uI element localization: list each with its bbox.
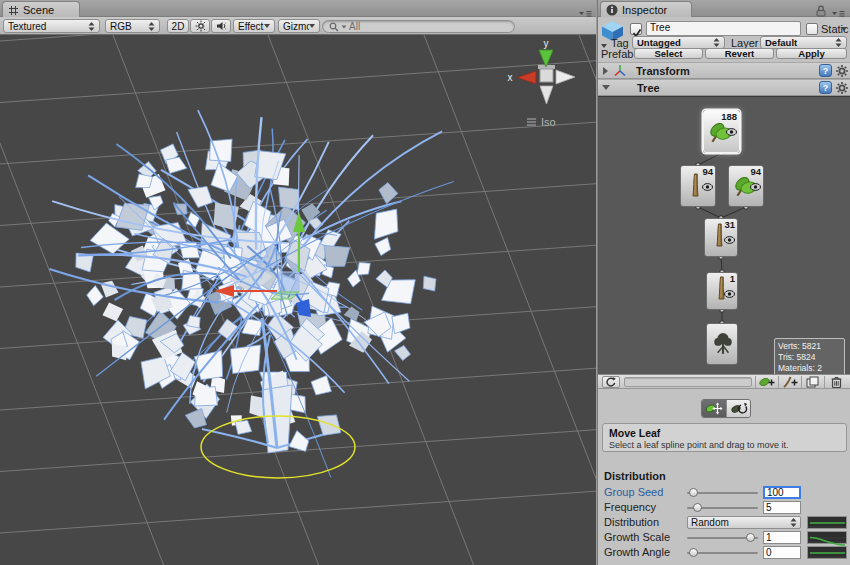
prefab-label: Prefab: [601, 48, 633, 60]
add-branch-icon: [782, 376, 798, 388]
layer-value: Default: [765, 37, 835, 48]
transform-component-header[interactable]: Transform ?: [598, 62, 850, 79]
distribution-row-growth-angle: Growth Angle 0: [598, 546, 850, 559]
gameobject-name-field[interactable]: Tree: [646, 21, 801, 36]
tree-root-icon: [710, 328, 736, 358]
2d-toggle-button[interactable]: 2D: [167, 19, 189, 33]
gear-icon[interactable]: [836, 82, 848, 94]
static-flags-caret[interactable]: [841, 27, 847, 31]
visibility-eye-icon[interactable]: [726, 128, 737, 136]
scene-viewport[interactable]: yxIso: [0, 35, 596, 565]
sun-icon: [195, 20, 205, 32]
search-icon: [329, 22, 339, 32]
value-field[interactable]: 1: [763, 531, 801, 544]
slider-knob[interactable]: [693, 503, 702, 512]
transform-icon: [613, 64, 627, 77]
node-count: 94: [702, 166, 713, 177]
effects-label: Effects: [238, 21, 264, 32]
value-field[interactable]: 0: [763, 546, 801, 559]
tree-node-branch-group-1[interactable]: 1: [706, 272, 738, 310]
add-leaf-icon: [759, 376, 775, 388]
prefab-revert-button[interactable]: Revert: [705, 48, 774, 59]
tree-node-leaf-group-188[interactable]: 188: [703, 110, 740, 153]
visibility-eye-icon[interactable]: [724, 290, 735, 298]
leaf-tool-toggle-group: [701, 399, 751, 418]
help-icon[interactable]: ?: [819, 81, 832, 94]
gameobject-name: Tree: [650, 22, 670, 33]
effects-dropdown[interactable]: Effects: [233, 19, 275, 33]
active-checkbox[interactable]: [630, 23, 642, 35]
scene-search-input[interactable]: All: [322, 20, 515, 33]
fold-arrow-icon[interactable]: [603, 67, 608, 75]
inspector-panel: Inspector Tree Static Tag Untagged Layer: [597, 0, 850, 565]
refresh-button[interactable]: [602, 376, 620, 388]
tris-stat: Tris: 5824: [778, 352, 841, 363]
visibility-eye-icon[interactable]: [750, 183, 761, 191]
node-count: 31: [724, 219, 735, 230]
gear-icon[interactable]: [836, 65, 848, 77]
materials-stat: Materials: 2: [778, 363, 841, 374]
tab-inspector[interactable]: Inspector: [600, 1, 692, 17]
static-checkbox[interactable]: [806, 23, 818, 35]
audio-toggle-button[interactable]: [211, 19, 231, 33]
tree-hierarchy-editor[interactable]: Verts: 5821 Tris: 5824 Materials: 2 1889…: [598, 96, 850, 374]
node-count: 1: [730, 273, 735, 284]
property-label: Frequency: [604, 501, 656, 513]
value-field[interactable]: 5: [763, 501, 801, 514]
curve-preview[interactable]: [807, 546, 847, 559]
tree-node-tree-root[interactable]: [706, 323, 738, 365]
inspector-tabbar: Inspector: [598, 0, 850, 17]
color-mode-value: RGB: [110, 21, 148, 32]
help-description: Select a leaf spline point and drag to m…: [609, 440, 846, 450]
tree-component-header[interactable]: Tree ?: [598, 79, 850, 96]
add-branch-group-button[interactable]: [778, 376, 800, 388]
curve-preview[interactable]: [807, 516, 847, 529]
slider-knob[interactable]: [689, 548, 698, 557]
add-leaf-group-button[interactable]: [755, 376, 777, 388]
axis-x-label: x: [508, 72, 513, 83]
help-icon[interactable]: ?: [819, 64, 832, 77]
slider-knob[interactable]: [746, 533, 755, 542]
tab-inspector-label: Inspector: [622, 4, 667, 16]
distribution-row-frequency: Frequency 5: [598, 501, 850, 514]
distribution-heading: Distribution: [604, 470, 666, 482]
property-label: Distribution: [604, 516, 659, 528]
slider-knob[interactable]: [689, 488, 698, 497]
value-field[interactable]: 100: [763, 486, 801, 499]
verts-stat: Verts: 5821: [778, 341, 841, 352]
property-label: Group Seed: [604, 486, 663, 498]
draw-mode-dropdown[interactable]: Textured: [3, 19, 100, 33]
prefab-apply-button[interactable]: Apply: [776, 48, 847, 59]
prefab-select-button[interactable]: Select: [634, 48, 703, 59]
tree-node-branch-group-94[interactable]: 94: [680, 165, 716, 207]
fold-arrow-icon[interactable]: [602, 85, 610, 90]
node-count: 94: [750, 166, 761, 177]
gizmos-dropdown[interactable]: Gizmos: [278, 19, 320, 33]
visibility-eye-icon[interactable]: [724, 236, 735, 244]
visibility-eye-icon[interactable]: [702, 183, 713, 191]
grid-icon: [8, 5, 19, 16]
help-title: Move Leaf: [609, 427, 846, 439]
inspector-panel-menu-icon[interactable]: [831, 4, 846, 22]
move-leaf-tool-button[interactable]: [702, 400, 726, 417]
updown-arrows-icon: [148, 22, 155, 31]
tab-scene[interactable]: Scene: [2, 1, 80, 17]
gizmos-label: Gizmos: [283, 21, 309, 32]
scene-tabbar: Scene: [0, 0, 596, 17]
rotate-leaf-tool-button[interactable]: [726, 400, 750, 417]
color-mode-dropdown[interactable]: RGB: [105, 19, 160, 33]
transform-title: Transform: [636, 65, 690, 77]
tree-node-leaf-group-94[interactable]: 94: [728, 165, 764, 207]
duplicate-icon: [806, 376, 819, 388]
distribution-row-group-seed: Group Seed 100: [598, 486, 850, 499]
delete-button[interactable]: [824, 376, 847, 388]
draw-mode-value: Textured: [8, 21, 88, 32]
updown-arrows-icon: [835, 38, 842, 47]
lock-icon[interactable]: [816, 3, 826, 21]
tree-node-branch-group-31[interactable]: 31: [704, 218, 738, 257]
duplicate-button[interactable]: [801, 376, 823, 388]
lighting-toggle-button[interactable]: [190, 19, 210, 33]
curve-preview[interactable]: [807, 531, 847, 544]
distribution-dropdown[interactable]: Random: [687, 516, 801, 529]
search-placeholder: All: [349, 21, 360, 32]
